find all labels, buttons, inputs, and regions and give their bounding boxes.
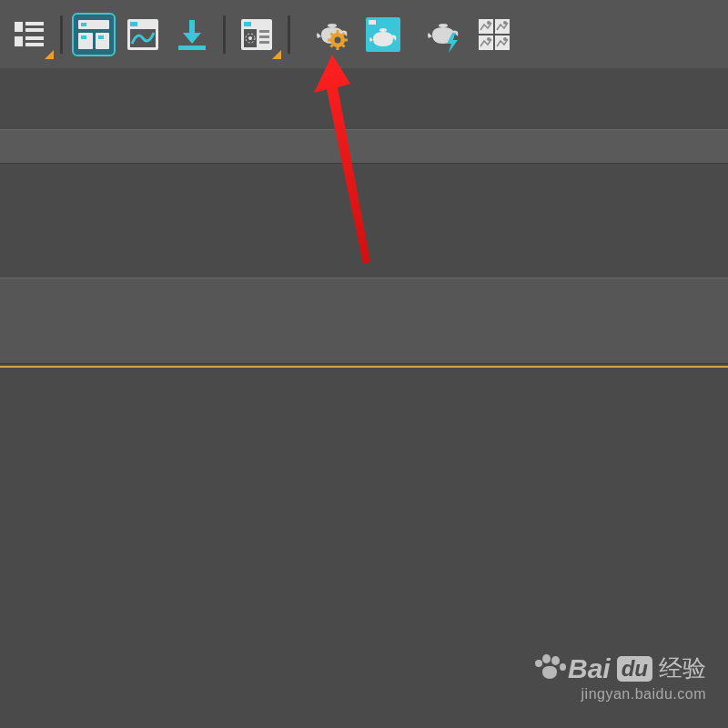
svg-rect-30 (328, 38, 331, 41)
timeline-marker-line (0, 366, 728, 368)
svg-point-25 (328, 24, 337, 27)
render-setup-icon (238, 16, 275, 53)
watermark-suffix-text: 经验 (659, 652, 706, 684)
watermark-brand-box: du (617, 656, 652, 682)
paw-icon (533, 654, 564, 680)
watermark-brand-text: Bai (568, 653, 611, 684)
quick-render-button[interactable] (423, 13, 467, 56)
svg-rect-10 (96, 33, 109, 49)
svg-rect-0 (15, 22, 23, 32)
flyout-indicator-icon (272, 50, 281, 59)
viewport-grid-icon (476, 16, 512, 53)
panel-layout-button[interactable] (72, 13, 116, 56)
svg-rect-2 (25, 28, 44, 32)
svg-rect-11 (98, 35, 104, 39)
toolbar-separator (60, 15, 63, 54)
toolbar-separator (223, 15, 226, 54)
main-toolbar (0, 0, 728, 68)
panel-band-bottom (0, 278, 728, 364)
svg-rect-37 (369, 20, 376, 25)
svg-rect-28 (337, 30, 339, 34)
material-editor-button[interactable] (312, 13, 356, 56)
toolbar-separator (288, 15, 290, 54)
svg-rect-24 (259, 41, 269, 44)
svg-rect-8 (78, 33, 93, 49)
svg-rect-23 (259, 35, 269, 38)
svg-rect-29 (337, 46, 339, 50)
svg-rect-31 (344, 38, 348, 41)
svg-rect-3 (15, 36, 23, 46)
svg-point-47 (503, 37, 507, 41)
teapot-material-icon (314, 16, 354, 53)
watermark-logo: Baidu经验 (533, 652, 706, 684)
download-button[interactable] (170, 13, 214, 56)
svg-rect-13 (130, 22, 137, 26)
svg-rect-18 (244, 22, 251, 26)
svg-rect-16 (178, 46, 206, 50)
render-setup-button[interactable] (235, 13, 278, 56)
svg-rect-7 (81, 23, 86, 26)
layout-list-icon (11, 16, 47, 53)
teapot-quick-render-icon (425, 16, 465, 53)
layout-list-button[interactable] (7, 13, 51, 56)
watermark: Baidu经验 jingyan.baidu.com (533, 652, 706, 703)
svg-point-39 (439, 24, 448, 27)
svg-rect-22 (259, 30, 269, 33)
svg-rect-5 (25, 43, 44, 46)
svg-point-38 (379, 28, 387, 32)
svg-rect-4 (25, 36, 44, 40)
viewport-grid-button[interactable] (472, 13, 516, 56)
panel-band-top (0, 129, 728, 164)
render-frame-button[interactable] (361, 13, 405, 56)
svg-point-43 (503, 21, 507, 25)
curve-editor-button[interactable] (121, 13, 165, 56)
teapot-render-icon (364, 15, 402, 54)
svg-point-45 (487, 37, 490, 41)
svg-point-27 (335, 36, 341, 43)
svg-rect-9 (81, 35, 86, 39)
flyout-indicator-icon (45, 50, 54, 59)
svg-rect-1 (25, 22, 44, 25)
download-icon (174, 16, 210, 53)
panel-layout-icon (76, 16, 112, 53)
curve-editor-icon (125, 16, 161, 53)
svg-point-21 (248, 36, 252, 40)
watermark-url: jingyan.baidu.com (533, 686, 706, 703)
svg-rect-15 (189, 20, 195, 35)
annotation-arrow-icon (314, 55, 387, 273)
svg-point-41 (487, 21, 490, 25)
